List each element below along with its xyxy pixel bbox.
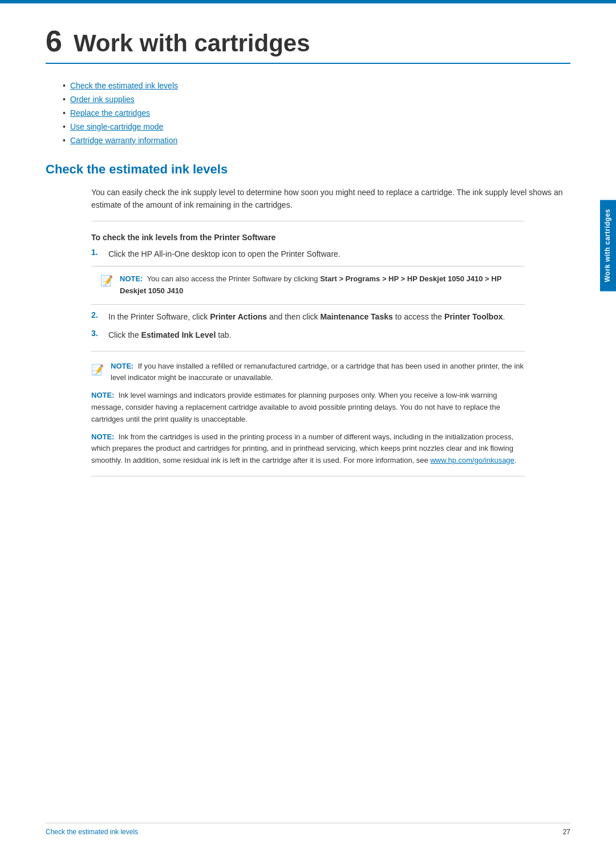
toc-link-3[interactable]: Replace the cartridges (70, 108, 150, 118)
note-ink-usage: NOTE: Ink from the cartridges is used in… (91, 431, 525, 467)
sidebar-tab: Work with cartridges (600, 200, 616, 291)
note-label-3: NOTE: (91, 391, 114, 399)
intro-text: You can easily check the ink supply leve… (91, 186, 570, 212)
section-rule-3 (91, 476, 525, 476)
chapter-heading: 6 Work with cartridges (46, 26, 570, 64)
toc-item-2: Order ink supplies (63, 95, 570, 104)
step-1-number: 1. (91, 248, 103, 260)
note-box-step1: 📝 NOTE: You can also access the Printer … (91, 266, 525, 305)
step-2-text: In the Printer Software, click Printer A… (108, 310, 505, 323)
step-1: 1. Click the HP All-in-One desktop icon … (91, 248, 570, 260)
step-2: 2. In the Printer Software, click Printe… (91, 310, 570, 323)
toc-item-4: Use single-cartridge mode (63, 122, 570, 131)
inkusage-link[interactable]: www.hp.com/go/inkusage (430, 456, 514, 464)
note-refilled: 📝 NOTE: If you have installed a refilled… (91, 361, 525, 385)
note-warnings: NOTE: Ink level warnings and indicators … (91, 390, 525, 425)
chapter-title: Work with cartridges (74, 30, 310, 57)
content-area: 6 Work with cartridges Check the estimat… (0, 3, 616, 520)
chapter-number: 6 (46, 26, 62, 56)
toc-link-1[interactable]: Check the estimated ink levels (70, 81, 178, 90)
footer-left: Check the estimated ink levels (46, 828, 138, 836)
step-3: 3. Click the Estimated Ink Level tab. (91, 329, 570, 341)
toc-item-5: Cartridge warranty information (63, 136, 570, 145)
note-icon-2: 📝 (91, 362, 105, 378)
note-refilled-content: 📝 NOTE: If you have installed a refilled… (91, 361, 525, 385)
step-3-number: 3. (91, 329, 103, 341)
note-icon-1: 📝 (100, 274, 114, 287)
note-text-1: NOTE: You can also access the Printer So… (120, 273, 516, 297)
step-3-text: Click the Estimated Ink Level tab. (108, 329, 232, 341)
section-rule-1 (91, 221, 525, 221)
page-container: 6 Work with cartridges Check the estimat… (0, 0, 616, 853)
section-heading: Check the estimated ink levels (46, 162, 570, 177)
step-1-text: Click the HP All-in-One desktop icon to … (108, 248, 341, 260)
note-label-2: NOTE: (111, 362, 133, 370)
footer-page: 27 (563, 828, 570, 836)
note-label-4: NOTE: (91, 432, 114, 441)
page-footer: Check the estimated ink levels 27 (46, 823, 570, 836)
sub-heading: To check the ink levels from the Printer… (91, 233, 570, 242)
toc-link-2[interactable]: Order ink supplies (70, 95, 135, 104)
note-content-1: 📝 NOTE: You can also access the Printer … (100, 273, 516, 297)
toc-item-1: Check the estimated ink levels (63, 81, 570, 90)
toc-link-4[interactable]: Use single-cartridge mode (70, 122, 163, 131)
section-rule-2 (91, 351, 525, 351)
note-refilled-text: NOTE: If you have installed a refilled o… (111, 361, 525, 385)
toc-list: Check the estimated ink levels Order ink… (63, 81, 570, 145)
step-2-number: 2. (91, 310, 103, 323)
note-label-1: NOTE: (120, 274, 143, 283)
toc-link-5[interactable]: Cartridge warranty information (70, 136, 177, 145)
toc-item-3: Replace the cartridges (63, 108, 570, 118)
